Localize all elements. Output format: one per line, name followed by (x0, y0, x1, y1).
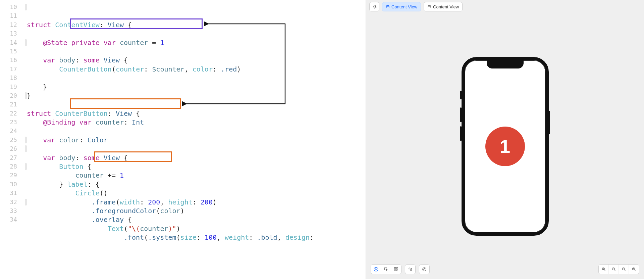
line-number: 20 (0, 91, 27, 100)
line-number: 19 (0, 83, 27, 91)
zoom-actual-icon (611, 267, 616, 272)
code-line[interactable]: .foregroundColor(color) (27, 206, 366, 215)
line-number: 10 (0, 3, 27, 11)
code-line[interactable] (27, 144, 366, 153)
device-side-button (549, 111, 550, 134)
code-line[interactable]: .frame(width: 200, height: 200) (27, 198, 366, 206)
zoom-fit-button[interactable] (599, 265, 609, 274)
line-number: 17 (0, 65, 27, 74)
zoom-out-button[interactable] (619, 265, 629, 274)
code-line[interactable] (27, 127, 366, 136)
svg-point-15 (602, 268, 604, 270)
zoom-in-button[interactable] (629, 265, 639, 274)
line-number: 18 (0, 74, 27, 82)
line-number: 32 (0, 198, 27, 206)
sliders-icon (408, 267, 413, 272)
code-line[interactable]: } label: { (27, 180, 366, 189)
cursor-rect-icon (384, 267, 388, 272)
preview-tab-label: Content View (433, 4, 459, 9)
line-number: 13 (0, 29, 27, 38)
counter-value: 1 (500, 135, 510, 157)
svg-rect-8 (394, 270, 396, 271)
device-frame-iphone: 1 (462, 57, 549, 236)
code-line[interactable]: var color: Color (27, 136, 366, 144)
line-number: 24 (0, 127, 27, 135)
selectable-preview-button[interactable] (381, 265, 391, 274)
line-gutter: 1011121314151617181920212223242526272829… (0, 0, 27, 279)
live-preview-button[interactable] (371, 265, 381, 274)
svg-rect-2 (428, 6, 431, 8)
line-number: 27 (0, 153, 27, 162)
line-number: 12 (0, 20, 27, 29)
zoom-100-button[interactable] (609, 265, 619, 274)
code-line[interactable]: .overlay { (27, 215, 366, 224)
preview-toolbar: Content ViewContent View (366, 0, 644, 13)
code-line[interactable]: Button { (27, 162, 366, 171)
code-line[interactable]: .font(.system(size: 100, weight: .bold, … (27, 233, 366, 242)
grid-icon (394, 267, 398, 272)
code-editor[interactable]: 1011121314151617181920212223242526272829… (0, 0, 366, 279)
code-line[interactable]: var body: some View { (27, 153, 366, 162)
svg-point-12 (411, 270, 412, 271)
preview-settings-button[interactable] (419, 265, 429, 274)
struct-icon (427, 5, 431, 9)
zoom-in-icon (632, 267, 636, 272)
line-number: 33 (0, 206, 27, 215)
code-line[interactable]: } (27, 83, 366, 91)
code-line[interactable]: Circle() (27, 189, 366, 197)
preview-tab[interactable]: Content View (424, 2, 463, 11)
code-line[interactable]: counter += 1 (27, 171, 366, 180)
svg-rect-9 (396, 270, 398, 271)
code-line[interactable]: struct ContentView: View { (27, 20, 366, 29)
svg-point-10 (409, 268, 410, 269)
line-number: 25 (0, 136, 27, 144)
line-number: 11 (0, 11, 27, 20)
svg-line-16 (604, 270, 605, 271)
svg-line-19 (614, 270, 615, 271)
code-area[interactable]: struct ContentView: View { @State privat… (27, 0, 366, 279)
line-number: 30 (0, 180, 27, 189)
code-line[interactable]: struct CounterButton: View { (27, 109, 366, 118)
device-side-button (460, 126, 462, 141)
line-number: 26 (0, 144, 27, 153)
line-number: 31 (0, 189, 27, 197)
line-number: 15 (0, 47, 27, 56)
code-line[interactable] (27, 100, 366, 109)
line-number: 22 (0, 109, 27, 118)
line-number: 21 (0, 100, 27, 109)
play-icon (374, 267, 378, 272)
struct-icon (386, 5, 390, 9)
code-line[interactable]: CounterButton(counter: $counter, color: … (27, 65, 366, 74)
code-line[interactable]: Text("\(counter)") (27, 224, 366, 233)
device-side-button (460, 107, 462, 122)
code-line[interactable]: } (27, 91, 366, 100)
zoom-fit-icon (601, 267, 606, 272)
preview-tab-label: Content View (391, 4, 417, 9)
line-number: 14 (0, 38, 27, 47)
svg-point-14 (423, 268, 426, 271)
line-number: 28 (0, 162, 27, 171)
code-line[interactable]: @State private var counter = 1 (27, 38, 366, 47)
code-line[interactable] (27, 29, 366, 38)
counter-button[interactable]: 1 (485, 127, 525, 166)
variants-preview-button[interactable] (391, 265, 401, 274)
device-screen[interactable]: 1 (465, 60, 545, 232)
code-line[interactable]: var body: some View { (27, 56, 366, 64)
svg-line-23 (624, 270, 625, 271)
preview-canvas: 1 (366, 13, 644, 279)
svg-rect-0 (386, 6, 389, 8)
zoom-out-icon (622, 267, 626, 272)
svg-rect-6 (394, 268, 396, 269)
copyright-icon (422, 267, 427, 272)
code-line[interactable] (27, 74, 366, 82)
preview-tab[interactable]: Content View (382, 2, 421, 11)
line-number: 16 (0, 56, 27, 64)
line-number: 29 (0, 171, 27, 180)
code-line[interactable]: @Binding var counter: Int (27, 118, 366, 127)
pin-button[interactable] (369, 2, 379, 11)
device-settings-button[interactable] (405, 265, 415, 274)
code-line[interactable] (27, 47, 366, 56)
svg-line-26 (635, 270, 636, 271)
svg-rect-17 (603, 268, 604, 270)
preview-pane: Content ViewContent View 1 (366, 0, 644, 279)
